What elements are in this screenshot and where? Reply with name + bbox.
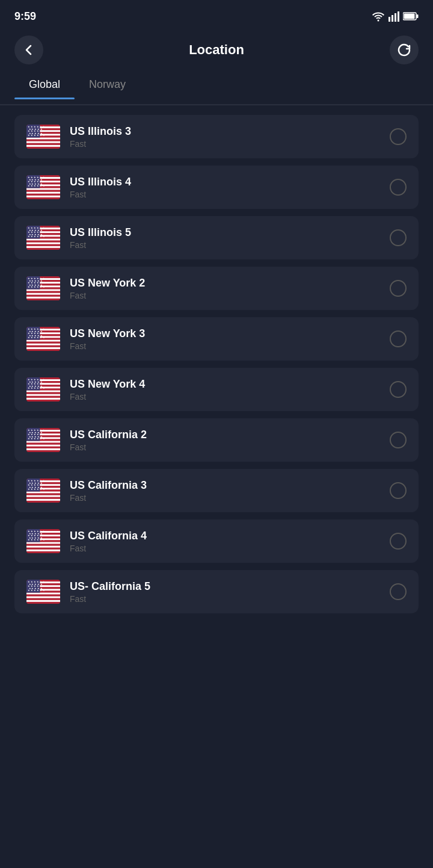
svg-rect-37 (26, 196, 60, 197)
radio-button[interactable] (390, 229, 407, 246)
back-icon (22, 43, 35, 57)
location-speed: Fast (70, 341, 390, 351)
svg-rect-53 (26, 241, 60, 243)
svg-rect-95 (26, 349, 60, 351)
svg-text:★ ★ ★ ★ ★ ★: ★ ★ ★ ★ ★ ★ (28, 488, 45, 491)
svg-rect-186 (26, 595, 60, 597)
svg-rect-185 (26, 593, 60, 595)
svg-rect-94 (26, 347, 60, 349)
location-name: US New York 4 (70, 378, 390, 391)
svg-rect-14 (26, 138, 60, 140)
flag-container: ★ ★ ★ ★ ★ ★ ★ ★ ★ ★ ★ ★ ★ ★ ★ ★ ★ ★ ★ ★ … (26, 327, 60, 351)
svg-rect-167 (26, 544, 60, 546)
list-item[interactable]: ★ ★ ★ ★ ★ ★ ★ ★ ★ ★ ★ ★ ★ ★ ★ ★ ★ ★ ★ ★ … (14, 267, 419, 310)
list-item[interactable]: ★ ★ ★ ★ ★ ★ ★ ★ ★ ★ ★ ★ ★ ★ ★ ★ ★ ★ ★ ★ … (14, 418, 419, 462)
svg-rect-166 (26, 542, 60, 544)
svg-rect-5 (417, 14, 419, 18)
list-item[interactable]: ★ ★ ★ ★ ★ ★ ★ ★ ★ ★ ★ ★ ★ ★ ★ ★ ★ ★ ★ ★ … (14, 570, 419, 613)
svg-text:★ ★ ★ ★ ★ ★: ★ ★ ★ ★ ★ ★ (28, 387, 45, 389)
svg-rect-0 (388, 17, 390, 22)
svg-rect-36 (26, 194, 60, 196)
svg-rect-54 (26, 243, 60, 244)
svg-rect-168 (26, 546, 60, 548)
svg-rect-55 (26, 244, 60, 246)
location-speed: Fast (70, 544, 390, 553)
location-name: US California 4 (70, 530, 390, 542)
svg-rect-74 (26, 295, 60, 297)
radio-button[interactable] (390, 330, 407, 347)
svg-rect-111 (26, 394, 60, 396)
location-info: US- California 5 Fast (70, 580, 390, 604)
radio-button[interactable] (390, 381, 407, 398)
list-item[interactable]: ★ ★ ★ ★ ★ ★ ★ ★ ★ ★ ★ ★ ★ ★ ★ ★ ★ ★ ★ ★ … (14, 469, 419, 512)
svg-rect-57 (26, 248, 60, 250)
svg-rect-132 (26, 448, 60, 450)
list-item[interactable]: ★ ★ ★ ★ ★ ★ ★ ★ ★ ★ ★ ★ ★ ★ ★ ★ ★ ★ ★ ★ … (14, 115, 419, 158)
back-button[interactable] (14, 36, 43, 64)
svg-rect-72 (26, 291, 60, 293)
wifi-icon (372, 11, 385, 22)
svg-rect-114 (26, 400, 60, 401)
location-info: US New York 2 Fast (70, 277, 390, 300)
radio-button[interactable] (390, 482, 407, 499)
flag-container: ★ ★ ★ ★ ★ ★ ★ ★ ★ ★ ★ ★ ★ ★ ★ ★ ★ ★ ★ ★ … (26, 175, 60, 199)
svg-rect-75 (26, 297, 60, 299)
radio-button[interactable] (390, 179, 407, 196)
location-name: US California 3 (70, 479, 390, 492)
svg-text:★ ★ ★ ★ ★ ★: ★ ★ ★ ★ ★ ★ (28, 235, 45, 238)
location-name: US Illinois 3 (70, 125, 390, 138)
location-speed: Fast (70, 240, 390, 250)
list-item[interactable]: ★ ★ ★ ★ ★ ★ ★ ★ ★ ★ ★ ★ ★ ★ ★ ★ ★ ★ ★ ★ … (14, 216, 419, 259)
svg-rect-147 (26, 492, 60, 494)
location-speed: Fast (70, 139, 390, 149)
location-name: US New York 3 (70, 327, 390, 340)
radio-button[interactable] (390, 533, 407, 550)
location-info: US Illinois 3 Fast (70, 125, 390, 149)
svg-rect-3 (398, 11, 399, 22)
svg-rect-169 (26, 548, 60, 550)
radio-button[interactable] (390, 583, 407, 600)
svg-rect-128 (26, 441, 60, 443)
svg-rect-133 (26, 450, 60, 452)
flag-container: ★ ★ ★ ★ ★ ★ ★ ★ ★ ★ ★ ★ ★ ★ ★ ★ ★ ★ ★ ★ … (26, 479, 60, 503)
svg-rect-18 (26, 145, 60, 147)
header: Location (0, 30, 433, 72)
svg-rect-15 (26, 140, 60, 141)
list-item[interactable]: ★ ★ ★ ★ ★ ★ ★ ★ ★ ★ ★ ★ ★ ★ ★ ★ ★ ★ ★ ★ … (14, 519, 419, 563)
radio-button[interactable] (390, 280, 407, 297)
svg-rect-110 (26, 392, 60, 394)
svg-rect-92 (26, 344, 60, 346)
svg-text:★ ★ ★ ★ ★ ★: ★ ★ ★ ★ ★ ★ (28, 589, 45, 592)
list-item[interactable]: ★ ★ ★ ★ ★ ★ ★ ★ ★ ★ ★ ★ ★ ★ ★ ★ ★ ★ ★ ★ … (14, 368, 419, 411)
svg-rect-1 (392, 15, 393, 22)
svg-rect-38 (26, 197, 60, 199)
svg-text:★ ★ ★ ★ ★ ★: ★ ★ ★ ★ ★ ★ (28, 336, 45, 339)
svg-rect-112 (26, 396, 60, 398)
list-item[interactable]: ★ ★ ★ ★ ★ ★ ★ ★ ★ ★ ★ ★ ★ ★ ★ ★ ★ ★ ★ ★ … (14, 317, 419, 361)
refresh-button[interactable] (390, 36, 419, 64)
svg-rect-188 (26, 598, 60, 600)
svg-rect-131 (26, 447, 60, 448)
flag-container: ★ ★ ★ ★ ★ ★ ★ ★ ★ ★ ★ ★ ★ ★ ★ ★ ★ ★ ★ ★ … (26, 377, 60, 401)
location-name: US Illinois 5 (70, 226, 390, 239)
flag-container: ★ ★ ★ ★ ★ ★ ★ ★ ★ ★ ★ ★ ★ ★ ★ ★ ★ ★ ★ ★ … (26, 125, 60, 149)
tab-norway[interactable]: Norway (75, 72, 140, 99)
location-speed: Fast (70, 594, 390, 604)
radio-button[interactable] (390, 128, 407, 145)
list-item[interactable]: ★ ★ ★ ★ ★ ★ ★ ★ ★ ★ ★ ★ ★ ★ ★ ★ ★ ★ ★ ★ … (14, 166, 419, 209)
tab-global[interactable]: Global (14, 72, 75, 99)
flag-container: ★ ★ ★ ★ ★ ★ ★ ★ ★ ★ ★ ★ ★ ★ ★ ★ ★ ★ ★ ★ … (26, 226, 60, 250)
svg-rect-151 (26, 499, 60, 501)
svg-rect-33 (26, 188, 60, 190)
battery-icon (403, 11, 419, 21)
svg-rect-2 (395, 13, 396, 22)
svg-rect-73 (26, 293, 60, 295)
location-info: US Illinois 5 Fast (70, 226, 390, 250)
svg-rect-71 (26, 290, 60, 291)
svg-rect-148 (26, 494, 60, 495)
svg-rect-93 (26, 346, 60, 347)
radio-button[interactable] (390, 432, 407, 448)
svg-text:★ ★ ★ ★ ★ ★: ★ ★ ★ ★ ★ ★ (28, 185, 45, 187)
refresh-icon (398, 43, 411, 57)
tabs-container: Global Norway (0, 72, 433, 99)
